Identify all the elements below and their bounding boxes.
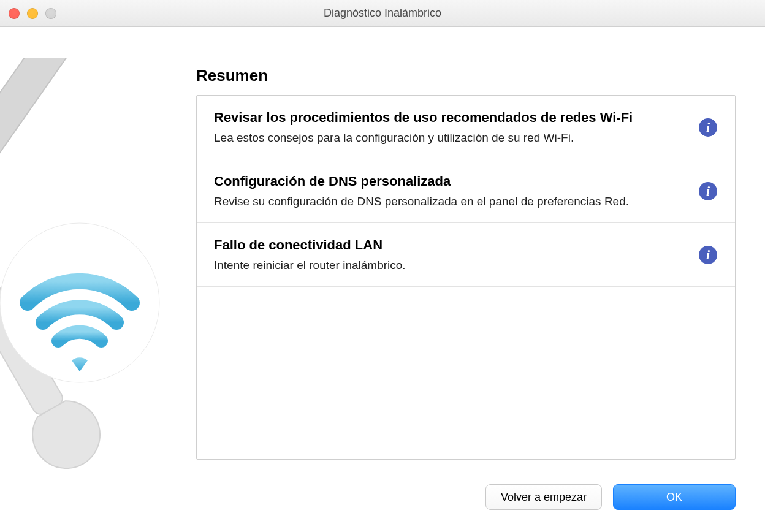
traffic-lights <box>9 8 56 19</box>
summary-list: Revisar los procedimientos de uso recome… <box>196 95 736 460</box>
summary-item-text: Configuración de DNS personalizada Revis… <box>214 173 685 209</box>
summary-item-title: Revisar los procedimientos de uso recome… <box>214 109 685 126</box>
info-icon[interactable]: i <box>698 118 718 137</box>
content-area: Resumen Revisar los procedimientos de us… <box>0 27 765 532</box>
svg-rect-0 <box>0 58 79 200</box>
summary-item-title: Configuración de DNS personalizada <box>214 173 685 190</box>
minimize-button[interactable] <box>27 8 38 19</box>
svg-rect-3 <box>0 104 65 417</box>
button-bar: Volver a empezar OK <box>485 484 736 510</box>
close-button[interactable] <box>9 8 20 19</box>
svg-text:i: i <box>706 120 710 135</box>
info-icon[interactable]: i <box>698 245 718 265</box>
wireless-diagnostics-window: Diagnóstico Inalámbrico <box>0 0 765 532</box>
window-title: Diagnóstico Inalámbrico <box>0 7 765 20</box>
summary-item-best-practices: Revisar los procedimientos de uso recome… <box>197 96 735 159</box>
wifi-icon <box>28 281 132 371</box>
summary-item-desc: Intente reiniciar el router inalámbrico. <box>214 257 685 273</box>
info-icon[interactable]: i <box>698 181 718 201</box>
summary-item-text: Revisar los procedimientos de uso recome… <box>214 109 685 145</box>
main-panel: Resumen Revisar los procedimientos de us… <box>196 61 736 460</box>
summary-item-desc: Revise su configuración de DNS personali… <box>214 194 685 210</box>
summary-item-title: Fallo de conectividad LAN <box>214 237 685 254</box>
summary-item-dns: Configuración de DNS personalizada Revis… <box>197 159 735 223</box>
summary-item-text: Fallo de conectividad LAN Intente reinic… <box>214 237 685 273</box>
zoom-button[interactable] <box>45 8 56 19</box>
titlebar: Diagnóstico Inalámbrico <box>0 0 765 27</box>
summary-empty-space <box>197 287 735 459</box>
summary-heading: Resumen <box>196 66 736 85</box>
start-over-button[interactable]: Volver a empezar <box>485 484 602 510</box>
summary-item-desc: Lea estos consejos para la configuración… <box>214 130 685 146</box>
sidebar-graphic <box>0 58 190 523</box>
svg-text:i: i <box>706 247 710 262</box>
summary-item-lan: Fallo de conectividad LAN Intente reinic… <box>197 223 735 287</box>
ok-button[interactable]: OK <box>613 484 736 510</box>
svg-text:i: i <box>706 183 710 199</box>
svg-point-4 <box>0 223 159 382</box>
